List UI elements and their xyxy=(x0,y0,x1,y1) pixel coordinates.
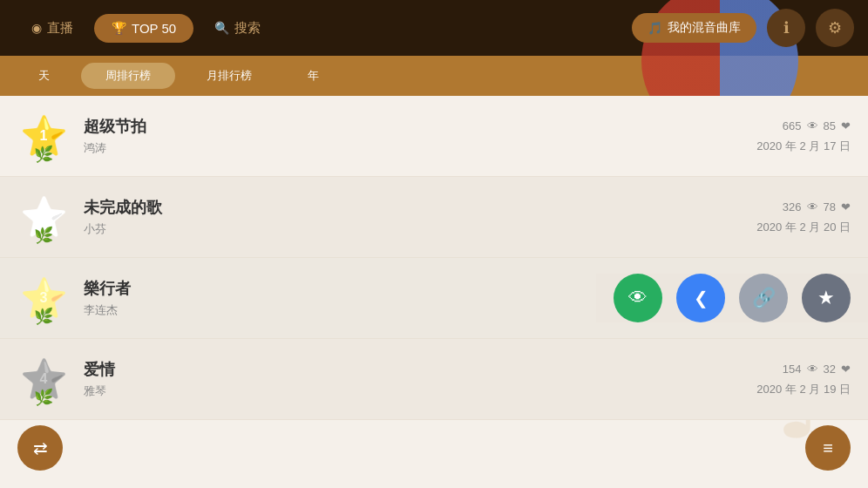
trophy-icon: 🏆 xyxy=(112,21,126,35)
rank-item-4[interactable]: ⭐ 4 🌿 爱情 雅琴 154 👁 32 ❤ 2020 年 2 月 19 日 xyxy=(0,339,868,420)
song-stats-4: 154 👁 32 ❤ 2020 年 2 月 19 日 xyxy=(756,359,851,400)
date-1: 2020 年 2 月 17 日 xyxy=(756,136,851,156)
subtab-month-label: 月排行榜 xyxy=(207,69,252,82)
song-info-1: 超级节拍 鸿涛 xyxy=(84,116,756,156)
subtab-day-label: 天 xyxy=(38,69,50,82)
subtab-month[interactable]: 月排行榜 xyxy=(182,63,276,89)
rank-number-1: 1 xyxy=(40,128,48,144)
subtab-day[interactable]: 天 xyxy=(14,63,74,89)
info-button[interactable]: ℹ xyxy=(767,9,805,47)
playlist-button[interactable]: ≡ xyxy=(805,425,851,471)
song-title-1: 超级节拍 xyxy=(84,116,756,137)
star-action-icon: ★ xyxy=(817,287,835,309)
date-2: 2020 年 2 月 20 日 xyxy=(756,217,851,237)
info-icon: ℹ xyxy=(783,18,790,37)
search-label: 搜索 xyxy=(234,20,261,37)
like-count-4: 32 xyxy=(824,359,836,379)
song-title-4: 爱情 xyxy=(84,359,756,380)
rank-number-2: 2 xyxy=(40,209,48,225)
rankings-list: ⭐ 1 🌿 超级节拍 鸿涛 665 👁 85 ❤ 2020 年 2 月 17 日 xyxy=(0,96,868,488)
rank-laurel-4: 🌿 xyxy=(17,388,70,407)
song-artist-2: 小芬 xyxy=(84,221,756,237)
gear-icon: ⚙ xyxy=(828,18,842,37)
date-4: 2020 年 2 月 19 日 xyxy=(756,379,851,399)
song-stats-1: 665 👁 85 ❤ 2020 年 2 月 17 日 xyxy=(756,116,851,157)
heart-icon-1: ❤ xyxy=(841,116,851,136)
song-artist-4: 雅琴 xyxy=(84,383,756,399)
tab-live[interactable]: ◉ 直播 xyxy=(14,13,91,44)
view-count-1: 665 xyxy=(783,116,802,136)
like-count-2: 78 xyxy=(824,197,836,217)
my-library-button[interactable]: 🎵 我的混音曲库 xyxy=(632,13,756,43)
eye-icon-2: 👁 xyxy=(807,197,818,217)
rank-number-3: 3 xyxy=(40,290,48,306)
eye-icon-1: 👁 xyxy=(807,116,818,136)
song-info-3: 樂行者 李连杰 xyxy=(84,278,596,318)
top-nav: ◉ 直播 🏆 TOP 50 🔍 搜索 🎵 我的混音曲库 ℹ ⚙ xyxy=(0,0,868,56)
subtab-week-label: 周排行榜 xyxy=(105,69,151,82)
share-button[interactable]: ❮ xyxy=(676,274,725,322)
rank-item-1[interactable]: ⭐ 1 🌿 超级节拍 鸿涛 665 👁 85 ❤ 2020 年 2 月 17 日 xyxy=(0,96,868,177)
eye-icon-4: 👁 xyxy=(807,359,818,379)
shuffle-button[interactable]: ⇄ xyxy=(17,425,63,471)
sub-tabs-bar: 天 周排行榜 月排行榜 年 xyxy=(0,56,868,96)
rank-laurel-2: 🌿 xyxy=(17,226,70,245)
live-icon: ◉ xyxy=(31,21,42,35)
song-info-2: 未完成的歌 小芬 xyxy=(84,197,756,237)
my-library-label: 我的混音曲库 xyxy=(668,20,741,36)
settings-button[interactable]: ⚙ xyxy=(816,9,854,47)
rank-item-2[interactable]: ⭐ 2 🌿 未完成的歌 小芬 326 👁 78 ❤ 2020 年 2 月 20 … xyxy=(0,177,868,258)
song-stats-2: 326 👁 78 ❤ 2020 年 2 月 20 日 xyxy=(756,197,851,238)
view-count-2: 326 xyxy=(783,197,802,217)
link-icon: 🔗 xyxy=(752,287,776,309)
rank-badge-2: ⭐ 2 🌿 xyxy=(17,191,70,243)
rank-laurel-3: 🌿 xyxy=(17,307,70,326)
top50-label: TOP 50 xyxy=(132,21,176,36)
song-info-4: 爱情 雅琴 xyxy=(84,359,756,399)
song-title-3: 樂行者 xyxy=(84,278,596,299)
rank-badge-1: ⭐ 1 🌿 xyxy=(17,110,70,162)
song-artist-1: 鸿涛 xyxy=(84,140,756,156)
search-icon: 🔍 xyxy=(214,21,229,35)
rank-laurel-1: 🌿 xyxy=(17,145,70,164)
song-title-2: 未完成的歌 xyxy=(84,197,756,218)
tab-top50[interactable]: 🏆 TOP 50 xyxy=(94,14,193,43)
rank-number-4: 4 xyxy=(40,371,48,387)
tab-search[interactable]: 🔍 搜索 xyxy=(197,13,278,44)
rank-badge-4: ⭐ 4 🌿 xyxy=(17,353,70,405)
share-icon: ❮ xyxy=(694,288,709,308)
heart-icon-4: ❤ xyxy=(841,359,851,379)
heart-icon-2: ❤ xyxy=(841,197,851,217)
view-count-4: 154 xyxy=(783,359,802,379)
star-button[interactable]: ★ xyxy=(802,274,851,322)
subtab-year-label: 年 xyxy=(308,69,319,82)
rank-badge-3: ⭐ 3 🌿 xyxy=(17,272,70,324)
music-note-icon: 🎵 xyxy=(648,21,662,35)
playlist-icon: ≡ xyxy=(823,438,833,458)
song-artist-3: 李连杰 xyxy=(84,302,596,318)
subtab-week[interactable]: 周排行榜 xyxy=(81,63,175,89)
view-button[interactable]: 👁 xyxy=(614,274,662,322)
subtab-year[interactable]: 年 xyxy=(283,63,343,89)
app-container: ♪ ♩ ◉ 直播 🏆 TOP 50 🔍 搜索 🎵 我的混音曲库 ℹ ⚙ xyxy=(0,0,868,488)
link-button[interactable]: 🔗 xyxy=(739,274,788,322)
shuffle-icon: ⇄ xyxy=(33,437,48,458)
eye-action-icon: 👁 xyxy=(628,287,648,309)
rank-item-3[interactable]: ⭐ 3 🌿 樂行者 李连杰 👁 ❮ 🔗 xyxy=(0,258,868,339)
like-count-1: 85 xyxy=(824,116,836,136)
action-buttons-panel: 👁 ❮ 🔗 ★ xyxy=(596,274,868,322)
live-label: 直播 xyxy=(47,20,73,37)
